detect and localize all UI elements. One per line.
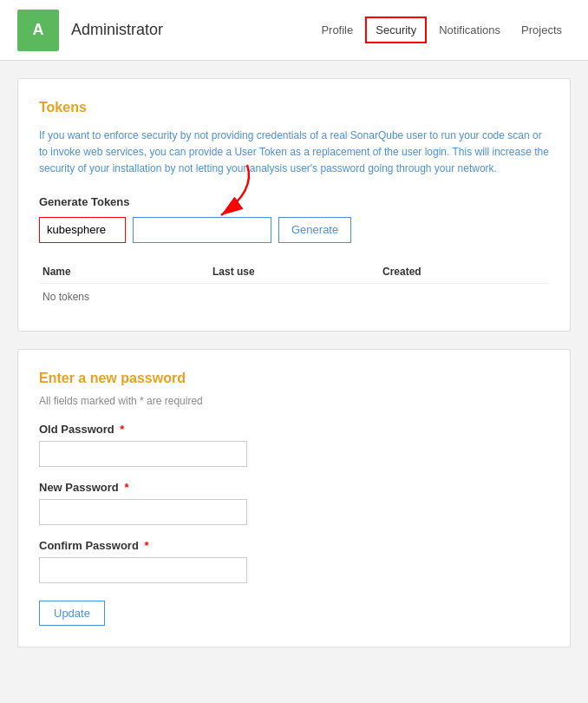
old-password-star: * [117,423,125,436]
no-tokens-message: No tokens [39,283,549,310]
token-name-input[interactable] [39,217,126,243]
old-password-input[interactable] [39,441,247,467]
confirm-password-input[interactable] [39,557,247,583]
confirm-password-star: * [141,539,149,552]
update-button[interactable]: Update [39,601,105,626]
header: A Administrator Profile Security Notific… [0,0,588,61]
nav-item-notifications[interactable]: Notifications [430,18,509,42]
required-note: All fields marked with * are required [39,395,549,407]
new-password-input[interactable] [39,499,247,525]
old-password-label: Old Password * [39,423,549,436]
user-name: Administrator [71,21,312,39]
nav-item-profile[interactable]: Profile [312,18,362,42]
confirm-password-label: Confirm Password * [39,539,549,552]
col-header-created: Created [379,260,549,284]
password-section-title: Enter a new password [39,371,549,386]
nav-item-security[interactable]: Security [365,16,427,43]
new-password-star: * [121,481,129,494]
avatar: A [17,10,59,51]
col-header-name: Name [39,260,209,284]
nav-item-projects[interactable]: Projects [513,18,571,42]
password-card: Enter a new password All fields marked w… [17,349,571,647]
tokens-title: Tokens [39,100,549,115]
token-extra-input[interactable] [133,217,271,243]
tokens-info: If you want to enforce security by not p… [39,128,549,178]
navigation: Profile Security Notifications Projects [312,16,571,43]
generate-button[interactable]: Generate [278,217,351,243]
main-content: Tokens If you want to enforce security b… [0,61,588,682]
col-header-lastuse: Last use [209,260,379,284]
generate-tokens-label: Generate Tokens [39,195,549,208]
no-tokens-row: No tokens [39,283,549,310]
generate-row: Generate [39,217,549,243]
tokens-table: Name Last use Created No tokens [39,260,549,310]
new-password-label: New Password * [39,481,549,494]
tokens-card: Tokens If you want to enforce security b… [17,78,571,332]
